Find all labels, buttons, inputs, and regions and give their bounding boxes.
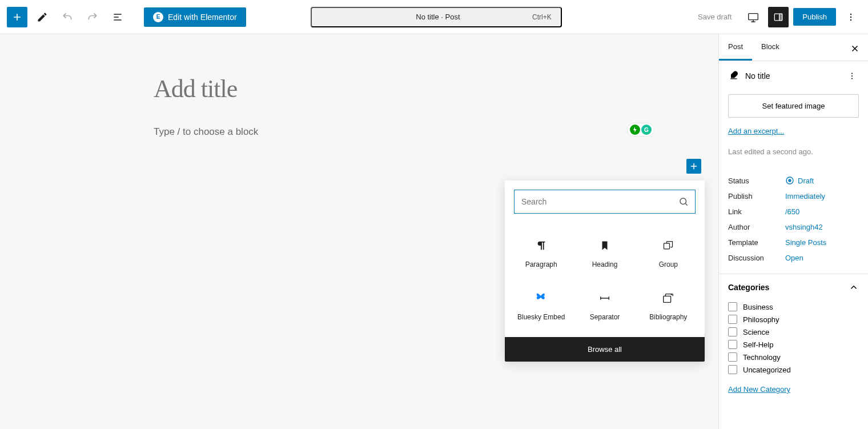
meta-discussion-label: Discussion xyxy=(728,254,785,262)
tab-block[interactable]: Block xyxy=(752,34,789,61)
checkbox[interactable] xyxy=(728,327,737,336)
sidebar-icon xyxy=(773,11,784,23)
post-title-input[interactable] xyxy=(154,74,565,103)
category-item-philosophy[interactable]: Philosophy xyxy=(728,313,859,326)
meta-link-label: Link xyxy=(728,207,785,216)
pencil-icon xyxy=(37,11,48,23)
edit-with-elementor-button[interactable]: E Edit with Elementor xyxy=(144,7,246,27)
publish-button[interactable]: Publish xyxy=(793,8,836,26)
block-bibliography[interactable]: Bibliography xyxy=(637,280,700,332)
block-heading[interactable]: Heading xyxy=(573,227,636,280)
post-actions-button[interactable] xyxy=(845,69,859,83)
command-shortcut: Ctrl+K xyxy=(532,13,552,21)
add-excerpt-link[interactable]: Add an excerpt... xyxy=(728,127,784,135)
block-label: Bluesky Embed xyxy=(517,313,565,321)
settings-sidebar: Post Block No title Set featured image A… xyxy=(718,34,868,429)
meta-discussion-value[interactable]: Open xyxy=(785,254,803,262)
draft-status-icon xyxy=(785,176,794,185)
meta-status-value[interactable]: Draft xyxy=(785,176,814,185)
meta-publish-row: Publish Immediately xyxy=(728,189,859,204)
post-title-row: No title xyxy=(719,61,868,86)
settings-panel-toggle[interactable] xyxy=(768,7,789,27)
meta-link-row: Link /650 xyxy=(728,204,859,219)
checkbox[interactable] xyxy=(728,340,737,349)
block-paragraph[interactable]: Paragraph xyxy=(509,227,573,280)
toggle-inserter-button[interactable] xyxy=(7,7,27,27)
category-item-science[interactable]: Science xyxy=(728,326,859,338)
block-separator[interactable]: Separator xyxy=(573,280,636,332)
tools-button[interactable] xyxy=(32,7,53,27)
document-title: No title · Post xyxy=(344,13,532,21)
view-button[interactable] xyxy=(743,7,763,27)
bookmark-icon xyxy=(598,239,612,252)
command-center[interactable]: No title · Post Ctrl+K xyxy=(311,7,562,27)
meta-template-value[interactable]: Single Posts xyxy=(785,238,826,247)
post-title-text: No title xyxy=(745,71,770,81)
category-item-technology[interactable]: Technology xyxy=(728,351,859,363)
assistant-pills: G xyxy=(627,123,654,137)
grammarly-icon[interactable]: G xyxy=(641,125,652,135)
browse-all-button[interactable]: Browse all xyxy=(505,337,705,362)
checkbox[interactable] xyxy=(728,352,737,362)
canvas-content: Type / to choose a block xyxy=(154,34,565,138)
group-icon xyxy=(661,239,675,252)
main-area: Type / to choose a block G Paragraph xyxy=(0,34,868,429)
svg-rect-7 xyxy=(664,243,670,249)
more-vertical-icon xyxy=(847,71,857,81)
toolbar-left: E Edit with Elementor xyxy=(7,7,246,27)
add-new-category-link[interactable]: Add New Category xyxy=(728,385,790,394)
meta-publish-value[interactable]: Immediately xyxy=(785,192,825,201)
meta-author-row: Author vshsingh42 xyxy=(728,219,859,235)
list-icon xyxy=(112,11,123,23)
svg-point-3 xyxy=(850,13,852,15)
block-group[interactable]: Group xyxy=(637,227,700,280)
editor-canvas: Type / to choose a block G Paragraph xyxy=(0,34,718,429)
undo-button[interactable] xyxy=(57,7,78,27)
undo-icon xyxy=(62,11,73,23)
block-bluesky-embed[interactable]: Bluesky Embed xyxy=(509,280,573,332)
meta-author-value[interactable]: vshsingh42 xyxy=(785,223,823,231)
set-featured-image-button[interactable]: Set featured image xyxy=(728,94,859,118)
bibliography-icon xyxy=(661,291,675,305)
block-placeholder[interactable]: Type / to choose a block xyxy=(154,126,565,138)
svg-point-6 xyxy=(680,198,686,205)
category-item-business[interactable]: Business xyxy=(728,300,859,313)
block-grid: Paragraph Heading Group Bluesky Embed Se… xyxy=(505,223,705,337)
meta-template-row: Template Single Posts xyxy=(728,235,859,250)
checkbox[interactable] xyxy=(728,315,737,324)
plus-icon xyxy=(11,11,23,23)
svg-point-5 xyxy=(850,19,852,21)
jetpack-icon[interactable] xyxy=(630,125,640,135)
redo-button[interactable] xyxy=(82,7,103,27)
document-overview-button[interactable] xyxy=(107,7,128,27)
category-item-uncategorized[interactable]: Uncategorized xyxy=(728,363,859,376)
redo-icon xyxy=(87,11,98,23)
checkbox[interactable] xyxy=(728,365,737,374)
close-sidebar-button[interactable] xyxy=(846,40,863,57)
search-icon xyxy=(678,197,689,207)
meta-status-label: Status xyxy=(728,177,785,185)
post-meta-section: Status Draft Publish Immediately Link /6… xyxy=(719,165,868,274)
add-block-button[interactable] xyxy=(686,159,701,174)
toolbar-right: Save draft Publish xyxy=(691,7,861,27)
save-draft-button[interactable]: Save draft xyxy=(691,8,738,26)
block-search-input[interactable] xyxy=(514,190,696,214)
meta-link-value[interactable]: /650 xyxy=(785,207,799,216)
sidebar-tabs: Post Block xyxy=(719,34,868,61)
svg-point-11 xyxy=(851,78,853,79)
options-button[interactable] xyxy=(841,7,861,27)
desktop-icon xyxy=(747,11,760,23)
checkbox[interactable] xyxy=(728,302,737,311)
chevron-up-icon xyxy=(849,282,859,292)
categories-header-label: Categories xyxy=(728,283,769,292)
tab-post[interactable]: Post xyxy=(719,34,752,61)
meta-template-label: Template xyxy=(728,238,785,247)
last-edited-text: Last edited a second ago. xyxy=(728,147,813,156)
block-label: Separator xyxy=(590,313,620,321)
category-item-self-help[interactable]: Self-Help xyxy=(728,338,859,351)
svg-rect-2 xyxy=(779,14,782,21)
elementor-label: Edit with Elementor xyxy=(168,13,237,22)
categories-panel-header[interactable]: Categories xyxy=(719,274,868,300)
featured-image-section: Set featured image xyxy=(719,86,868,126)
svg-point-10 xyxy=(851,75,853,77)
